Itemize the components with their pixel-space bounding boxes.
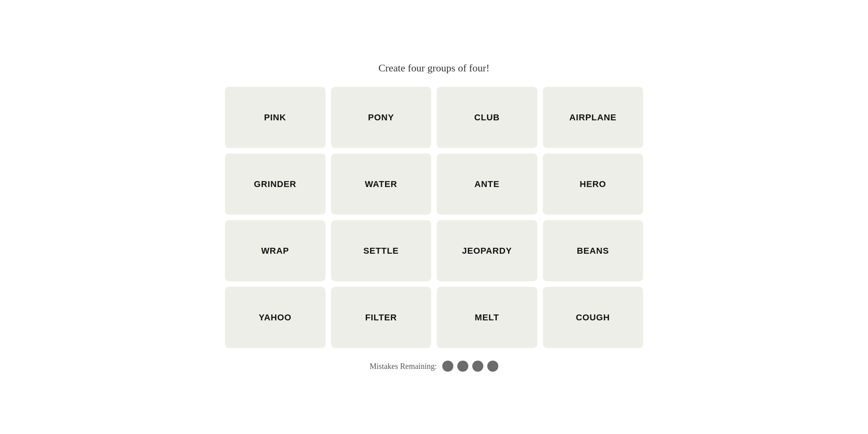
word-label-pony: PONY — [368, 112, 394, 123]
word-card-pony[interactable]: PONY — [331, 87, 432, 148]
word-label-yahoo: YAHOO — [259, 312, 292, 323]
word-card-water[interactable]: WATER — [331, 153, 432, 215]
word-label-grinder: GRINDER — [254, 179, 296, 189]
word-card-melt[interactable]: MELT — [437, 287, 537, 348]
mistakes-section: Mistakes Remaining: — [370, 361, 499, 372]
word-card-pink[interactable]: PINK — [225, 87, 326, 148]
word-card-wrap[interactable]: WRAP — [225, 220, 326, 281]
word-label-airplane: AIRPLANE — [569, 112, 617, 123]
word-card-ante[interactable]: ANTE — [437, 153, 537, 215]
mistake-dot-2 — [457, 361, 468, 372]
dots-container — [442, 361, 498, 372]
word-label-ante: ANTE — [475, 179, 499, 189]
word-label-jeopardy: JEOPARDY — [462, 246, 512, 256]
word-card-club[interactable]: CLUB — [437, 87, 537, 148]
word-card-hero[interactable]: HERO — [543, 153, 644, 215]
mistake-dot-3 — [472, 361, 483, 372]
word-card-grinder[interactable]: GRINDER — [225, 153, 326, 215]
word-label-settle: SETTLE — [363, 246, 399, 256]
word-label-pink: PINK — [264, 112, 286, 123]
word-card-beans[interactable]: BEANS — [543, 220, 644, 281]
mistakes-label: Mistakes Remaining: — [370, 362, 437, 371]
word-label-cough: COUGH — [576, 312, 610, 323]
word-label-water: WATER — [365, 179, 397, 189]
word-card-yahoo[interactable]: YAHOO — [225, 287, 326, 348]
word-card-cough[interactable]: COUGH — [543, 287, 644, 348]
word-label-hero: HERO — [580, 179, 606, 189]
word-label-melt: MELT — [475, 312, 499, 323]
mistake-dot-1 — [442, 361, 453, 372]
word-card-airplane[interactable]: AIRPLANE — [543, 87, 644, 148]
game-container: Create four groups of four! PINKPONYCLUB… — [217, 62, 651, 372]
word-card-filter[interactable]: FILTER — [331, 287, 432, 348]
word-label-wrap: WRAP — [261, 246, 289, 256]
word-card-jeopardy[interactable]: JEOPARDY — [437, 220, 537, 281]
instruction-text: Create four groups of four! — [378, 62, 490, 74]
word-label-beans: BEANS — [577, 246, 609, 256]
mistake-dot-4 — [487, 361, 498, 372]
word-grid: PINKPONYCLUBAIRPLANEGRINDERWATERANTEHERO… — [225, 87, 643, 348]
word-label-club: CLUB — [474, 112, 500, 123]
word-label-filter: FILTER — [365, 312, 397, 323]
word-card-settle[interactable]: SETTLE — [331, 220, 432, 281]
